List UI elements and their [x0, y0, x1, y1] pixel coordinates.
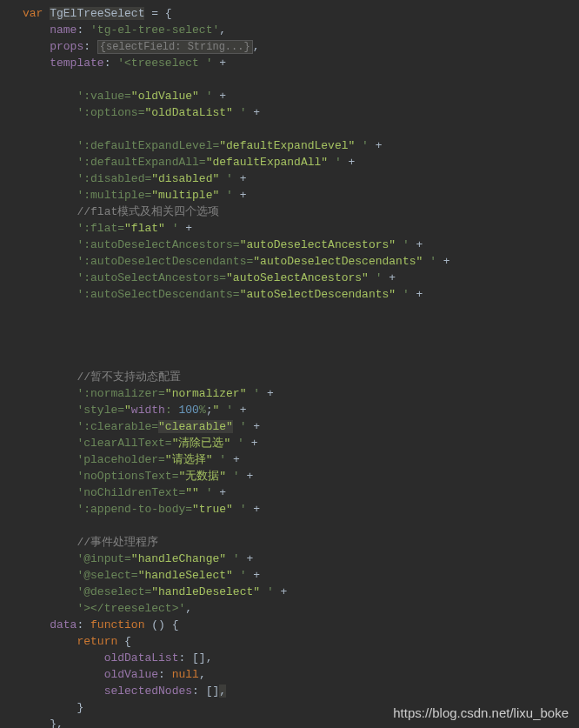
code-line: 'clearAllText="清除已选" ' +	[23, 435, 579, 451]
code-line: ':append-to-body="true" ' +	[23, 501, 579, 518]
code-line: ':disabled="disabled" ' +	[23, 170, 579, 187]
code-line: 'noChildrenText="" ' +	[23, 484, 579, 501]
code-line: ':autoDeselectAncestors="autoDeselectAnc…	[23, 237, 579, 253]
folded-code[interactable]: {selectField: String...}	[97, 40, 253, 54]
blank-line	[23, 71, 579, 88]
code-line: ':autoDeselectDescendants="autoDeselectD…	[23, 253, 579, 270]
code-line: name: 'tg-el-tree-select',	[23, 22, 579, 38]
variable-name: TgElTreeSelect	[50, 7, 144, 20]
code-line: return {	[23, 633, 579, 650]
code-editor[interactable]: var TgElTreeSelect = { name: 'tg-el-tree…	[0, 0, 579, 728]
code-line: ':multiple="multiple" ' +	[23, 187, 579, 204]
code-line: ':normalizer="normalizer" ' +	[23, 385, 579, 402]
code-line: var TgElTreeSelect = {	[23, 5, 579, 22]
blank-line	[23, 336, 579, 352]
code-line: template: '<treeselect ' +	[23, 55, 579, 71]
code-line: //事件处理程序	[23, 534, 579, 551]
code-line: ':defaultExpandLevel="defaultExpandLevel…	[23, 137, 579, 154]
code-line: 'noOptionsText="无数据" ' +	[23, 468, 579, 484]
blank-line	[23, 352, 579, 369]
code-line: ':options="oldDataList" ' +	[23, 104, 579, 121]
blank-line	[23, 319, 579, 336]
code-line: ':autoSelectDescendants="autoSelectDesce…	[23, 286, 579, 303]
code-line: '@deselect="handleDeselect" ' +	[23, 584, 579, 600]
code-line: //暂不支持动态配置	[23, 369, 579, 385]
code-line: oldValue: null,	[23, 666, 579, 683]
code-line: ':flat="flat" ' +	[23, 220, 579, 237]
code-line: //flat模式及相关四个选项	[23, 204, 579, 220]
code-line: 'placeholder="请选择" ' +	[23, 451, 579, 468]
code-line: ':autoSelectAncestors="autoSelectAncesto…	[23, 270, 579, 286]
code-line: '@select="handleSelect" ' +	[23, 567, 579, 584]
code-line: data: function () {	[23, 617, 579, 633]
code-line: '@input="handleChange" ' +	[23, 551, 579, 567]
code-line: ':value="oldValue" ' +	[23, 88, 579, 104]
code-line: '></treeselect>',	[23, 600, 579, 617]
blank-line	[23, 121, 579, 137]
code-line: oldDataList: [],	[23, 650, 579, 666]
code-line: ':clearable="clearable" ' +	[23, 418, 579, 435]
code-line: 'style="width: 100%;" ' +	[23, 402, 579, 418]
watermark: https://blog.csdn.net/lixu_boke	[393, 705, 569, 721]
code-line: selectedNodes: [],	[23, 683, 579, 699]
code-line: props: {selectField: String...},	[23, 38, 579, 55]
blank-line	[23, 518, 579, 534]
code-line: ':defaultExpandAll="defaultExpandAll" ' …	[23, 154, 579, 170]
blank-line	[23, 303, 579, 319]
